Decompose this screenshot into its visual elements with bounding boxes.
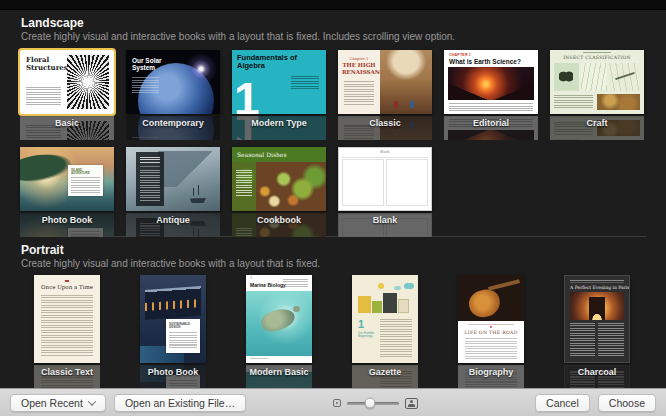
modern-basic-numeral: 1 <box>250 276 252 280</box>
choose-button[interactable]: Choose <box>598 394 656 412</box>
blank-cover-title: Blank <box>380 150 389 154</box>
text-lines-placeholder <box>250 358 268 360</box>
portrait-section-title: Portrait <box>21 243 666 257</box>
landscape-row-1: Floral Structures Basic Floral Structure… <box>0 50 666 128</box>
cloud-illustration <box>404 283 414 289</box>
sun-illustration <box>378 283 384 289</box>
chevron-down-icon <box>88 397 96 405</box>
portrait-row: Once Upon a Time Classic Text Once Upon … <box>0 275 666 377</box>
template-cookbook-cover: Seasonal Dishes <box>232 147 326 211</box>
text-lines-placeholder <box>140 157 160 163</box>
caterpillar-photo <box>597 94 640 110</box>
gazette-numeral: 1 <box>358 318 364 330</box>
house-illustration <box>372 301 382 313</box>
template-biography[interactable]: LIFE ON THE ROAD Biography LIFE ON THE R… <box>444 275 538 377</box>
template-blank[interactable]: Blank Blank Blank <box>338 147 432 225</box>
header-rule <box>570 280 624 281</box>
header-rule <box>570 282 624 283</box>
modern-type-cover-title: Fundamentals of Algebra <box>237 54 299 70</box>
text-lines-placeholder <box>236 170 252 196</box>
template-biography-cover: LIFE ON THE ROAD <box>458 275 524 363</box>
template-basic[interactable]: Floral Structures Basic Floral Structure… <box>20 50 114 128</box>
charcoal-cover-title: A Perfect Evening in Paris <box>570 284 630 289</box>
craft-cover-title: INSECT CLASSIFICATION <box>563 54 631 59</box>
butterfly-illustration <box>554 63 579 91</box>
template-classic-text-label: Classic Text <box>41 367 93 377</box>
text-lines-placeholder <box>465 338 517 359</box>
town-illustration <box>356 283 414 313</box>
template-photo-book-landscape[interactable]: ISLAND ADVENTURE Photo Book ISLAND ADVEN… <box>20 147 114 225</box>
template-chooser-window: Landscape Create highly visual and inter… <box>0 0 666 416</box>
open-existing-file-label: Open an Existing File… <box>125 397 235 409</box>
mountain-painting <box>158 151 220 187</box>
ornament-mark <box>65 280 69 282</box>
template-biography-label: Biography <box>469 367 514 377</box>
template-craft-label: Craft <box>586 118 607 128</box>
gazette-cover-title: Our Humble Beginnings <box>358 331 376 338</box>
thumbnail-size-slider-group <box>333 389 418 416</box>
template-charcoal[interactable]: A Perfect Evening in Paris Charcoal A Pe… <box>550 275 644 377</box>
template-photo-book-landscape-label: Photo Book <box>42 215 93 225</box>
template-classic-text[interactable]: Once Upon a Time Classic Text Once Upon … <box>20 275 114 377</box>
guitar-photo <box>458 275 524 321</box>
template-photo-book-landscape-cover: ISLAND ADVENTURE <box>20 147 114 211</box>
bottom-toolbar: Open Recent Open an Existing File… Cance… <box>0 388 666 416</box>
arc-de-triomphe-photo <box>570 292 624 320</box>
ornament-rule <box>583 52 611 53</box>
cancel-button[interactable]: Cancel <box>535 394 590 412</box>
caption-box: ISLAND ADVENTURE <box>68 165 103 196</box>
text-lines-placeholder <box>380 319 412 357</box>
template-photo-book-portrait[interactable]: SUSTAINABLE DESIGN Photo Book SUSTAINABL… <box>126 275 220 377</box>
template-gazette-label: Gazette <box>369 367 402 377</box>
modern-type-numeral: 1 <box>234 76 260 114</box>
photo-book-portrait-cover-title: SUSTAINABLE DESIGN <box>169 322 195 329</box>
template-gazette[interactable]: 1 Our Humble Beginnings Gazette 1 Our Hu… <box>338 275 432 377</box>
template-modern-type[interactable]: Fundamentals of Algebra 1 Modern Type Fu… <box>232 50 326 128</box>
empty-column <box>386 159 428 206</box>
dialog-action-buttons: Cancel Choose <box>535 394 656 412</box>
text-lines-placeholder <box>291 76 319 89</box>
text-lines-placeholder <box>41 295 93 356</box>
template-blank-cover: Blank <box>338 147 432 211</box>
cancel-label: Cancel <box>546 397 579 409</box>
template-editorial[interactable]: CHAPTER 1 What is Earth Science? Editori… <box>444 50 538 128</box>
volcano-photo <box>448 67 534 100</box>
house-photo <box>145 286 201 320</box>
template-photo-book-portrait-label: Photo Book <box>148 367 199 377</box>
template-classic[interactable]: Chapter 1 THE HIGH RENAISSANCE Classic C… <box>338 50 432 128</box>
template-contemporary-cover: Our Solar System <box>126 50 220 114</box>
classic-cover-title: THE HIGH RENAISSANCE <box>342 62 376 75</box>
basic-cover-title: Floral Structures <box>26 56 64 71</box>
cookbook-cover-title: Seasonal Dishes <box>237 151 287 158</box>
template-contemporary[interactable]: Our Solar System Contemporary Our Solar … <box>126 50 220 128</box>
template-craft-cover: INSECT CLASSIFICATION <box>550 50 644 114</box>
template-modern-basic[interactable]: 1 Marine Biology Modern Basic 1 Marine B… <box>232 275 326 377</box>
template-craft[interactable]: INSECT CLASSIFICATION Craft INSECT CLASS… <box>550 50 644 128</box>
template-classic-text-cover: Once Upon a Time <box>34 275 100 363</box>
choose-label: Choose <box>609 397 645 409</box>
template-editorial-label: Editorial <box>473 118 509 128</box>
biography-cover-title: LIFE ON THE ROAD <box>464 329 517 334</box>
house-illustration <box>383 293 397 313</box>
text-lines-placeholder <box>598 323 624 357</box>
template-contemporary-label: Contemporary <box>142 118 204 128</box>
template-cookbook-label: Cookbook <box>257 215 301 225</box>
template-basic-cover: Floral Structures <box>20 50 114 114</box>
open-recent-button[interactable]: Open Recent <box>10 394 106 412</box>
template-photo-book-portrait-cover: SUSTAINABLE DESIGN <box>140 275 206 363</box>
editorial-cover-title: What is Earth Science? <box>449 58 521 65</box>
headland-photo <box>20 151 73 185</box>
template-gazette-cover: 1 Our Humble Beginnings <box>352 275 418 363</box>
open-existing-file-button[interactable]: Open an Existing File… <box>114 394 246 412</box>
template-antique[interactable]: Antique <box>126 147 220 225</box>
header-rule <box>342 157 428 158</box>
editorial-chapter-label: CHAPTER 1 <box>449 53 471 57</box>
green-header-band: Seasonal Dishes <box>232 147 326 162</box>
size-slider-thumb[interactable] <box>365 398 376 409</box>
template-cookbook[interactable]: Seasonal Dishes Cookbook Seasonal Dishes <box>232 147 326 225</box>
grass-illustration <box>581 63 607 91</box>
cloud-illustration <box>394 286 401 290</box>
size-slider-track[interactable] <box>347 402 399 405</box>
sun-glare <box>182 50 220 88</box>
empty-column <box>342 159 384 206</box>
